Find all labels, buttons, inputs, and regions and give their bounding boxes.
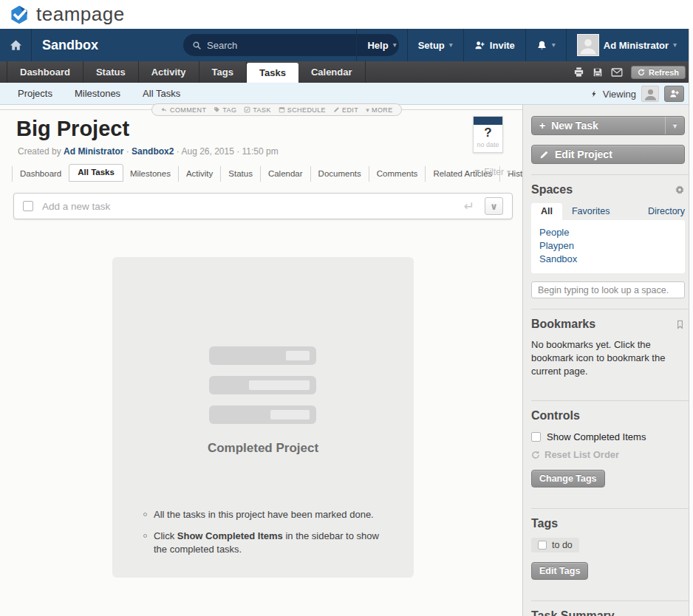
space-link-people[interactable]: People — [539, 226, 677, 239]
space-link-playpen[interactable]: Playpen — [539, 239, 677, 253]
skeleton-task-inner — [249, 380, 310, 390]
email-icon[interactable] — [611, 67, 623, 78]
article-tab-activity[interactable]: Activity — [179, 166, 221, 182]
show-completed-checkbox[interactable] — [531, 432, 541, 442]
article-tab-milestones[interactable]: Milestones — [123, 166, 179, 182]
spaces-section: Spaces All Favorites Directory People Pl… — [531, 174, 690, 298]
schedule-action[interactable]: SCHEDULE — [279, 106, 326, 114]
new-task-label: New Task — [551, 120, 598, 131]
article-tab-calendar[interactable]: Calendar — [261, 166, 311, 182]
scrollbar-gutter[interactable] — [689, 29, 693, 616]
space-link-sandbox[interactable]: Sandbox — [539, 253, 677, 266]
due-date-badge[interactable]: ? no date — [473, 116, 503, 153]
tag-checkbox[interactable] — [538, 541, 547, 550]
skeleton-task-bar — [209, 405, 316, 424]
task-action[interactable]: TASK — [244, 106, 270, 114]
tab-dashboard[interactable]: Dashboard — [7, 61, 83, 83]
comment-action[interactable]: COMMENT — [160, 106, 206, 114]
funnel-icon — [474, 168, 481, 176]
notifications-menu[interactable]: ▾ — [525, 29, 566, 61]
search-input[interactable] — [207, 40, 369, 51]
viewing-label: Viewing — [603, 89, 636, 100]
completed-project-panel: Completed Project All the tasks in this … — [112, 257, 414, 578]
article-tab-documents[interactable]: Documents — [311, 166, 369, 182]
edit-action[interactable]: EDIT — [333, 106, 358, 114]
filter-label: Filter — [484, 167, 504, 177]
spaces-tab-favorites[interactable]: Favorites — [562, 203, 619, 220]
tab-calendar[interactable]: Calendar — [298, 61, 366, 83]
print-icon[interactable] — [573, 66, 584, 78]
article-tab-dashboard[interactable]: Dashboard — [12, 166, 69, 182]
article-tab-all-tasks[interactable]: All Tasks — [69, 164, 123, 182]
space-title[interactable]: Sandbox — [42, 38, 98, 53]
more-action[interactable]: ▾ MORE — [366, 106, 393, 114]
reset-list-order[interactable]: Reset List Order — [531, 449, 685, 460]
calendar-icon — [279, 106, 285, 113]
bookmark-icon[interactable] — [675, 319, 685, 330]
byline-separator: · — [236, 146, 239, 157]
task-check-icon — [244, 106, 250, 113]
subnav-projects[interactable]: Projects — [7, 88, 64, 99]
subnav-milestones[interactable]: Milestones — [64, 88, 132, 99]
spaces-title: Spaces — [531, 183, 573, 196]
empty-state-bullets: All the tasks in this project have been … — [143, 508, 395, 564]
byline-created-by: Created by — [18, 146, 61, 157]
add-task-input[interactable] — [42, 201, 464, 212]
teampage-logo[interactable]: teampage — [9, 3, 125, 26]
article-tab-comments[interactable]: Comments — [369, 166, 426, 182]
viewer-avatar[interactable] — [641, 86, 659, 102]
tag-chip-to-do[interactable]: to do — [531, 538, 579, 552]
tab-tasks[interactable]: Tasks — [247, 63, 298, 83]
page-title: Big Project — [16, 117, 129, 141]
byline-author-link[interactable]: Ad Ministrator — [64, 146, 123, 157]
show-completed-label: Show Completed Items — [547, 431, 646, 442]
edit-tags-button[interactable]: Edit Tags — [531, 562, 588, 580]
add-viewer-button[interactable] — [664, 86, 684, 102]
tag-action[interactable]: TAG — [214, 106, 236, 114]
user-menu[interactable]: Ad Ministrator ▾ — [566, 29, 687, 61]
spaces-tab-all[interactable]: All — [531, 203, 562, 220]
save-icon[interactable] — [593, 67, 603, 78]
skeleton-task-bar — [209, 346, 316, 365]
article-tabs: Dashboard All Tasks Milestones Activity … — [12, 164, 542, 182]
change-tags-button[interactable]: Change Tags — [531, 470, 605, 487]
gear-icon[interactable] — [675, 185, 685, 195]
task-label: TASK — [253, 106, 270, 114]
spaces-directory-link[interactable]: Directory — [648, 206, 685, 216]
caret-down-icon: ▾ — [393, 41, 397, 49]
caret-down-icon: ▾ — [366, 106, 369, 114]
filter-button[interactable]: Filter ▾ — [474, 167, 511, 177]
edit-project-button[interactable]: Edit Project — [531, 145, 685, 164]
schedule-label: SCHEDULE — [287, 106, 326, 114]
byline-time: 11:50 pm — [242, 146, 279, 157]
byline-space-link[interactable]: Sandbox2 — [132, 146, 174, 157]
tab-status[interactable]: Status — [83, 61, 139, 83]
bullet-text: Click Show Completed Items in the sideba… — [154, 530, 395, 556]
caret-down-icon: ▾ — [449, 41, 453, 49]
main-navbar: Sandbox Help ▾ Setup ▾ Invite ▾ — [0, 29, 693, 61]
reset-list-order-label: Reset List Order — [544, 449, 619, 460]
subnav-all-tasks[interactable]: All Tasks — [132, 88, 191, 99]
tab-activity[interactable]: Activity — [139, 61, 199, 83]
refresh-icon — [638, 69, 645, 76]
article-tab-status[interactable]: Status — [221, 166, 261, 182]
byline: Created by Ad Ministrator · Sandbox2 · A… — [18, 146, 279, 157]
space-lookup-input[interactable] — [531, 281, 685, 298]
refresh-button[interactable]: Refresh — [631, 66, 686, 79]
brand-bar: teampage — [0, 0, 693, 29]
home-button[interactable] — [0, 29, 32, 61]
new-task-button[interactable]: + New Task ▾ — [531, 116, 685, 135]
tag-icon — [214, 106, 220, 113]
help-menu[interactable]: Help ▾ — [356, 29, 406, 61]
setup-menu[interactable]: Setup ▾ — [407, 29, 463, 61]
due-date-question-mark: ? — [474, 125, 502, 141]
return-key-icon: ↵ — [464, 199, 474, 214]
tab-tags[interactable]: Tags — [199, 61, 247, 83]
skeleton-task-inner — [270, 410, 310, 420]
add-task-checkbox[interactable] — [23, 201, 33, 211]
add-task-options-button[interactable]: ∨ — [485, 197, 503, 215]
invite-button[interactable]: Invite — [463, 29, 525, 61]
search-icon — [192, 41, 202, 50]
new-task-dropdown[interactable]: ▾ — [665, 117, 684, 134]
edit-project-label: Edit Project — [555, 148, 612, 160]
